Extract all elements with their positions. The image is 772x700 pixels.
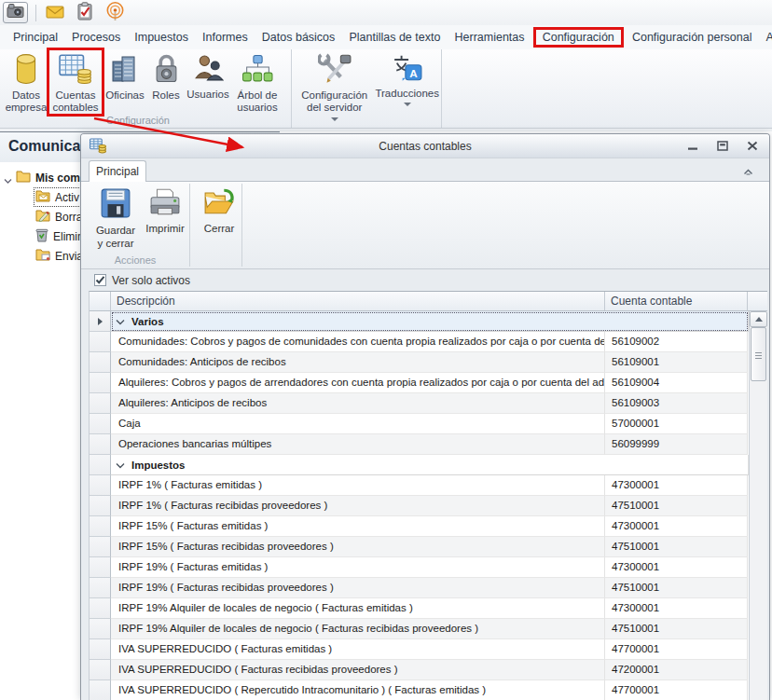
table-row[interactable]: IRPF 19% ( Facturas emitidas )47300001 xyxy=(90,557,749,578)
ribbon-button-label: Árbol de usuarios xyxy=(237,89,277,114)
tab-impuestos[interactable]: Impuestos xyxy=(129,28,194,47)
dialog-titlebar[interactable]: Cuentas contables xyxy=(81,134,769,158)
ribbon-group-label: Configuración xyxy=(0,115,276,126)
row-indicator-cell xyxy=(90,455,111,475)
cell-cuenta-contable: 47300001 xyxy=(605,557,748,578)
table-row[interactable]: Alquileres: Cobros y pagos de arrendador… xyxy=(90,373,749,393)
ribbon-button-cuentas-contables[interactable]: Cuentas contables xyxy=(48,49,103,115)
table-row[interactable]: IRPF 1% ( Facturas recibidas proveedores… xyxy=(90,496,749,516)
mail-button[interactable] xyxy=(44,3,66,23)
users-icon xyxy=(193,53,224,87)
action-button-label: Imprimir xyxy=(145,223,185,236)
table-row[interactable]: Comunidades: Anticipos de recibos5610900… xyxy=(90,352,749,373)
table-row[interactable]: IVA SUPERREDUCIDO ( Repercutido Intracom… xyxy=(90,680,749,700)
table-row[interactable]: Comunidades: Cobros y pagos de comunidad… xyxy=(90,332,749,352)
group-row-impuestos[interactable]: Impuestos xyxy=(90,455,749,475)
row-gutter-cell xyxy=(90,619,111,639)
cell-descripcion: IRPF 15% ( Facturas emitidas ) xyxy=(111,516,605,537)
tab-datos-basicos[interactable]: Datos básicos xyxy=(256,28,341,47)
group-label: Impuestos xyxy=(131,460,186,471)
cell-descripcion: Operaciones bancarias múltipes xyxy=(111,434,605,455)
ribbon-button-datos-empresa[interactable]: Datos empresa xyxy=(4,49,48,115)
tab-plantillas-de-texto[interactable]: Plantillas de texto xyxy=(343,28,446,47)
table-row[interactable]: Alquileres: Anticipos de recibos56109003 xyxy=(90,393,749,414)
ribbon-collapse-icon[interactable] xyxy=(742,165,754,178)
cell-cuenta-contable: 47300001 xyxy=(605,475,748,496)
table-row[interactable]: IRPF 19% ( Facturas recibidas proveedore… xyxy=(90,578,749,598)
row-gutter-cell xyxy=(90,557,111,578)
ribbon-button-arbol-de-usuarios[interactable]: Árbol de usuarios xyxy=(231,49,283,115)
header-filler xyxy=(748,292,767,310)
tab-informes[interactable]: Informes xyxy=(197,28,254,47)
tab-procesos[interactable]: Procesos xyxy=(66,28,126,47)
row-gutter-cell xyxy=(90,475,111,496)
tab-configuracion-personal[interactable]: Configuración personal xyxy=(627,28,758,47)
cell-descripcion: IRPF 1% ( Facturas emitidas ) xyxy=(111,475,605,496)
cell-cuenta-contable: 47510001 xyxy=(605,496,748,516)
group-row-varios[interactable]: Varios xyxy=(90,311,749,332)
cell-descripcion: IVA SUPERREDUCIDO ( Facturas emitidas ) xyxy=(111,639,605,660)
ribbon-button-usuarios[interactable]: Usuarios xyxy=(185,49,231,101)
tab-principal[interactable]: Principal xyxy=(7,28,63,47)
row-gutter-cell xyxy=(90,680,111,700)
ribbon-button-configuracion-del-servidor[interactable]: Configuración del servidor xyxy=(296,49,373,121)
cell-cuenta-contable: 56109002 xyxy=(605,332,748,352)
cell-cuenta-contable: 47510001 xyxy=(605,578,748,598)
table-row[interactable]: Caja57000001 xyxy=(90,414,749,434)
cell-descripcion: Alquileres: Cobros y pagos de arrendador… xyxy=(111,373,605,393)
group-chevron-icon[interactable] xyxy=(116,460,125,471)
cell-descripcion: IVA SUPERREDUCIDO ( Facturas recibidas p… xyxy=(111,660,605,680)
scroll-up-button[interactable] xyxy=(750,311,767,327)
ribbon-button-label: Oficinas xyxy=(105,89,145,102)
restore-button[interactable] xyxy=(715,139,730,153)
action-button-imprimir[interactable]: Imprimir xyxy=(141,187,189,236)
tasks-button[interactable] xyxy=(74,3,96,23)
cell-descripcion: IVA SUPERREDUCIDO ( Repercutido Intracom… xyxy=(111,680,605,700)
group-chevron-icon[interactable] xyxy=(116,316,125,327)
tab-configuracion[interactable]: Configuración xyxy=(533,27,624,48)
print-icon xyxy=(149,187,181,221)
row-gutter-cell xyxy=(90,373,111,393)
tab-herramientas[interactable]: Herramientas xyxy=(449,28,531,47)
table-row[interactable]: IRPF 15% ( Facturas recibidas proveedore… xyxy=(90,537,749,557)
action-button-cerrar[interactable]: Cerrar xyxy=(195,187,243,236)
row-indicator-cell xyxy=(90,311,111,332)
group-cell: Impuestos xyxy=(111,455,749,475)
table-row[interactable]: IVA SUPERREDUCIDO ( Facturas recibidas p… xyxy=(90,660,749,680)
ribbon-buttons: Datos empresaCuentas contablesOficinasRo… xyxy=(0,49,291,113)
table-row[interactable]: Operaciones bancarias múltipes56099999 xyxy=(90,434,749,455)
table-row[interactable]: IRPF 15% ( Facturas emitidas )47300001 xyxy=(90,516,749,537)
tree-chevron-icon xyxy=(4,174,11,182)
action-button-guardar-y-cerrar[interactable]: Guardar y cerrar xyxy=(90,187,141,250)
row-gutter-cell xyxy=(90,578,111,598)
minimize-button[interactable] xyxy=(685,139,700,153)
table-row[interactable]: IRPF 19% Alquiler de locales de negocio … xyxy=(90,598,749,619)
sent-folder-icon xyxy=(35,248,50,264)
checkbox-label: Ver solo activos xyxy=(112,274,190,287)
ribbon-separator xyxy=(241,184,242,267)
vertical-scrollbar[interactable] xyxy=(749,311,767,700)
tree-root-label: Mis com xyxy=(35,172,80,185)
camera-button[interactable] xyxy=(3,2,28,23)
broadcast-button[interactable] xyxy=(103,3,126,23)
action-button-label: Cerrar xyxy=(204,223,235,236)
ribbon-button-roles[interactable]: Roles xyxy=(147,49,185,102)
save-icon xyxy=(100,187,131,223)
ribbon-button-oficinas[interactable]: Oficinas xyxy=(103,49,147,102)
table-row[interactable]: IVA SUPERREDUCIDO ( Facturas emitidas )4… xyxy=(90,639,749,660)
tab-ayu[interactable]: Ayu xyxy=(761,28,772,47)
column-header-cuenta-contable[interactable]: Cuenta contable xyxy=(605,292,748,310)
column-header-descripcion[interactable]: Descripción xyxy=(111,292,605,310)
row-gutter-cell xyxy=(90,660,111,680)
group-label: Varios xyxy=(131,316,164,327)
table-row[interactable]: IRPF 1% ( Facturas emitidas )47300001 xyxy=(90,475,749,496)
table-row[interactable]: IRPF 19% Alquiler de locales de negocio … xyxy=(90,619,749,639)
ver-solo-activos-checkbox[interactable] xyxy=(94,274,106,286)
cell-cuenta-contable: 47300001 xyxy=(605,516,748,537)
close-button[interactable] xyxy=(745,139,760,153)
scrollbar-thumb[interactable] xyxy=(751,327,766,381)
tab-principal[interactable]: Principal xyxy=(89,160,146,182)
row-gutter-cell xyxy=(90,598,111,619)
cell-descripcion: IRPF 1% ( Facturas recibidas proveedores… xyxy=(111,496,605,516)
ribbon-button-traducciones[interactable]: ATraducciones xyxy=(373,49,441,106)
